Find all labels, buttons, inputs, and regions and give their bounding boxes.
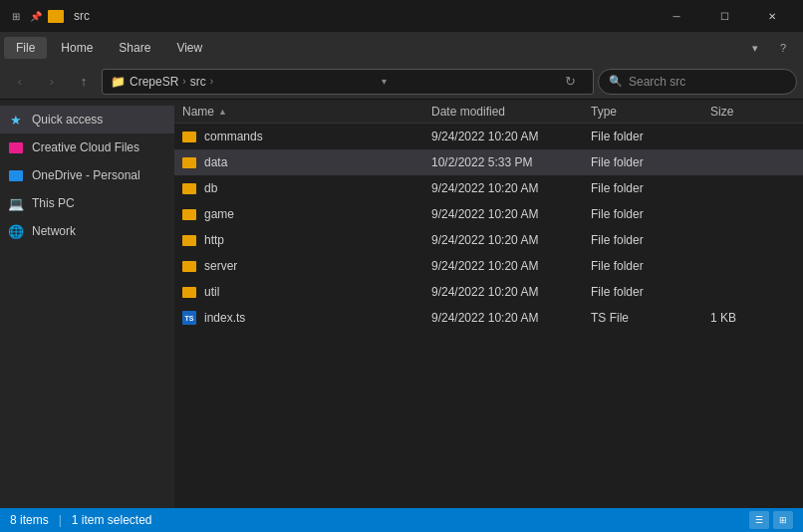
selected-info: 1 item selected: [72, 513, 152, 527]
folder-icon: [48, 10, 64, 23]
folder-icon: [182, 157, 196, 168]
onedrive-icon: [8, 167, 24, 183]
file-date-cell: 9/24/2022 10:20 AM: [431, 259, 591, 273]
minimize-button[interactable]: ─: [654, 0, 699, 32]
menu-view[interactable]: View: [164, 37, 214, 59]
title-bar: ⊞ 📌 src ─ ☐ ✕: [0, 0, 803, 32]
sidebar-item-quick-access-label: Quick access: [32, 113, 103, 127]
breadcrumb-bar: 📁 CrepeSR › src › ▾ ↻: [102, 69, 594, 95]
menu-home[interactable]: Home: [49, 37, 105, 59]
folder-icon: [182, 235, 196, 246]
menu-share[interactable]: Share: [107, 37, 162, 59]
file-date-cell: 10/2/2022 5:33 PM: [431, 155, 591, 169]
back-button[interactable]: ‹: [6, 68, 34, 96]
column-type[interactable]: Type: [591, 105, 710, 119]
file-header: Name ▲ Date modified Type Size: [174, 100, 803, 124]
sidebar-item-quick-access[interactable]: ★ Quick access: [0, 106, 174, 133]
sidebar-item-creative-cloud-label: Creative Cloud Files: [32, 140, 139, 154]
sidebar-item-creative-cloud[interactable]: Creative Cloud Files: [0, 133, 174, 161]
search-icon: 🔍: [609, 75, 623, 88]
file-type-cell: File folder: [591, 181, 710, 195]
sort-arrow-name: ▲: [218, 107, 227, 117]
sidebar-item-network[interactable]: 🌐 Network: [0, 217, 174, 245]
search-placeholder: Search src: [629, 75, 685, 89]
file-name: data: [204, 155, 227, 169]
table-row[interactable]: game 9/24/2022 10:20 AM File folder: [174, 201, 803, 227]
file-date-cell: 9/24/2022 10:20 AM: [431, 285, 591, 299]
file-name: util: [204, 285, 219, 299]
table-row[interactable]: http 9/24/2022 10:20 AM File folder: [174, 227, 803, 253]
refresh-button[interactable]: ↻: [557, 68, 585, 96]
folder-icon: [182, 287, 196, 298]
folder-icon: [182, 261, 196, 272]
file-type-cell: File folder: [591, 233, 710, 247]
search-bar[interactable]: 🔍 Search src: [598, 69, 797, 95]
file-name-cell: data: [182, 155, 431, 169]
table-row[interactable]: data 10/2/2022 5:33 PM File folder: [174, 149, 803, 175]
breadcrumb-dropdown-button[interactable]: ▾: [382, 76, 387, 87]
file-size-cell: 1 KB: [710, 311, 795, 325]
file-name-cell: http: [182, 233, 431, 247]
sidebar-item-this-pc-label: This PC: [32, 196, 75, 210]
status-separator: |: [59, 513, 62, 527]
sidebar-item-onedrive[interactable]: OneDrive - Personal: [0, 161, 174, 189]
view-details-button[interactable]: ☰: [749, 511, 769, 529]
file-name: db: [204, 181, 217, 195]
file-name-cell: game: [182, 207, 431, 221]
sidebar-item-network-label: Network: [32, 224, 76, 238]
file-date-cell: 9/24/2022 10:20 AM: [431, 311, 591, 325]
file-name: index.ts: [204, 311, 245, 325]
menu-file[interactable]: File: [4, 37, 47, 59]
column-name[interactable]: Name ▲: [182, 105, 431, 119]
file-type-cell: File folder: [591, 285, 710, 299]
view-tiles-button[interactable]: ⊞: [773, 511, 793, 529]
this-pc-icon: 💻: [8, 195, 24, 211]
file-type-cell: File folder: [591, 207, 710, 221]
help-button[interactable]: ?: [771, 36, 795, 60]
ts-file-icon: TS: [182, 311, 196, 325]
table-row[interactable]: commands 9/24/2022 10:20 AM File folder: [174, 124, 803, 149]
breadcrumb-sep-1: ›: [182, 76, 185, 87]
column-size[interactable]: Size: [710, 105, 795, 119]
breadcrumb-crepesr[interactable]: CrepeSR: [130, 75, 178, 89]
folder-icon: [182, 132, 196, 142]
file-date-cell: 9/24/2022 10:20 AM: [431, 207, 591, 221]
expand-ribbon-button[interactable]: ▾: [743, 36, 767, 60]
file-name: server: [204, 259, 237, 273]
file-type-cell: File folder: [591, 155, 710, 169]
file-type-cell: TS File: [591, 311, 710, 325]
table-row[interactable]: TS index.ts 9/24/2022 10:20 AM TS File 1…: [174, 305, 803, 331]
window-title: src: [74, 9, 90, 23]
file-name-cell: TS index.ts: [182, 311, 431, 325]
close-button[interactable]: ✕: [749, 0, 795, 32]
menu-bar-right: ▾ ?: [743, 36, 799, 60]
file-date-cell: 9/24/2022 10:20 AM: [431, 130, 591, 143]
table-row[interactable]: server 9/24/2022 10:20 AM File folder: [174, 253, 803, 279]
breadcrumb-src[interactable]: src: [190, 75, 206, 89]
file-name-cell: server: [182, 259, 431, 273]
column-date-modified[interactable]: Date modified: [431, 105, 591, 119]
file-name-cell: util: [182, 285, 431, 299]
quick-access-icon: ★: [8, 112, 24, 128]
table-row[interactable]: db 9/24/2022 10:20 AM File folder: [174, 175, 803, 201]
file-date-cell: 9/24/2022 10:20 AM: [431, 233, 591, 247]
status-bar: 8 items | 1 item selected ☰ ⊞: [0, 508, 803, 532]
file-name: game: [204, 207, 234, 221]
forward-button[interactable]: ›: [38, 68, 66, 96]
maximize-button[interactable]: ☐: [701, 0, 747, 32]
breadcrumb-sep-2: ›: [210, 76, 213, 87]
file-name: http: [204, 233, 224, 247]
sidebar-item-this-pc[interactable]: 💻 This PC: [0, 189, 174, 217]
nav-bar: ‹ › ↑ 📁 CrepeSR › src › ▾ ↻ 🔍 Search src: [0, 64, 803, 100]
window-icon: ⊞: [8, 8, 24, 24]
file-pane: Name ▲ Date modified Type Size commands …: [174, 100, 803, 508]
file-date-cell: 9/24/2022 10:20 AM: [431, 181, 591, 195]
main-content: ★ Quick access Creative Cloud Files OneD…: [0, 100, 803, 508]
file-type-cell: File folder: [591, 130, 710, 143]
table-row[interactable]: util 9/24/2022 10:20 AM File folder: [174, 279, 803, 305]
up-button[interactable]: ↑: [70, 68, 98, 96]
sidebar: ★ Quick access Creative Cloud Files OneD…: [0, 100, 174, 508]
creative-cloud-icon: [8, 139, 24, 155]
sidebar-item-onedrive-label: OneDrive - Personal: [32, 168, 140, 182]
title-bar-icons: ⊞ 📌: [8, 8, 64, 24]
